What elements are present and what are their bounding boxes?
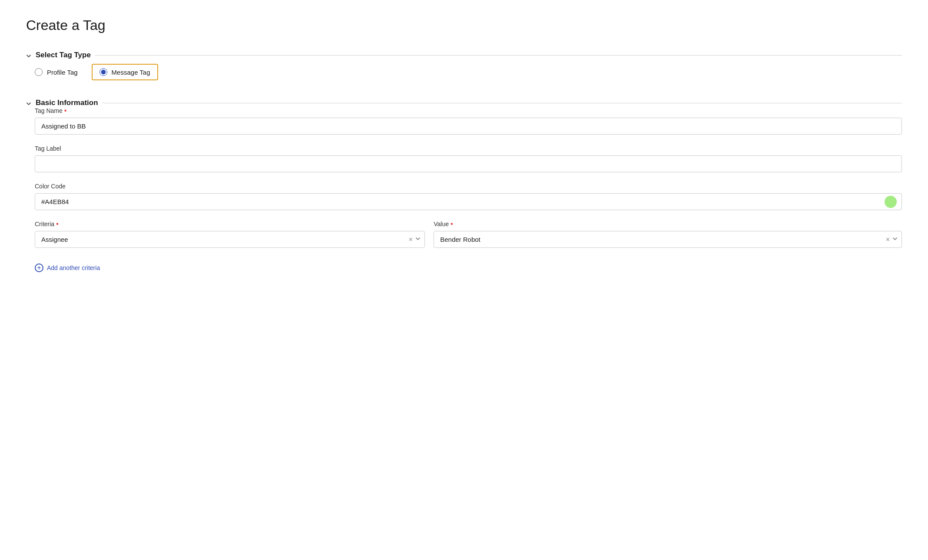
criteria-field-group: Criteria • × xyxy=(35,221,425,248)
criteria-required: • xyxy=(56,221,59,227)
color-code-field-group: Color Code xyxy=(35,183,902,210)
criteria-clear-icon[interactable]: × xyxy=(409,236,413,244)
value-required: • xyxy=(451,221,453,227)
page-title: Create a Tag xyxy=(26,17,902,33)
color-code-label: Color Code xyxy=(35,183,902,190)
profile-tag-label: Profile Tag xyxy=(47,69,78,76)
value-label: Value • xyxy=(434,221,902,227)
add-criteria-icon: + xyxy=(35,264,43,272)
basic-information-form: Tag Name • Tag Label Color Code xyxy=(26,107,902,274)
tag-name-required: • xyxy=(64,107,67,114)
chevron-down-icon xyxy=(26,53,31,58)
value-select-wrapper: × xyxy=(434,231,902,248)
profile-tag-radio[interactable] xyxy=(35,68,43,76)
profile-tag-option[interactable]: Profile Tag xyxy=(35,68,78,76)
basic-information-header: Basic Information xyxy=(26,99,902,107)
criteria-value-row: Criteria • × xyxy=(35,221,902,258)
tag-type-radio-group: Profile Tag Message Tag xyxy=(26,59,902,85)
basic-information-section: Basic Information Tag Name • Tag Label C… xyxy=(26,99,902,274)
section-divider-2 xyxy=(103,103,902,103)
tag-name-field-group: Tag Name • xyxy=(35,107,902,135)
criteria-select-wrapper: × xyxy=(35,231,425,248)
section-divider xyxy=(95,55,902,56)
criteria-select[interactable] xyxy=(35,231,425,248)
color-input-wrapper xyxy=(35,193,902,210)
select-tag-type-title: Select Tag Type xyxy=(36,51,91,59)
color-swatch xyxy=(885,196,897,208)
add-criteria-button[interactable]: + Add another criteria xyxy=(35,262,100,274)
select-tag-type-section: Select Tag Type Profile Tag Message Tag xyxy=(26,51,902,85)
value-field-group: Value • × xyxy=(434,221,902,248)
tag-name-input[interactable] xyxy=(35,118,902,135)
message-tag-radio[interactable] xyxy=(99,68,107,76)
select-tag-type-header: Select Tag Type xyxy=(26,51,902,59)
basic-information-title: Basic Information xyxy=(36,99,98,107)
message-tag-label: Message Tag xyxy=(112,69,150,76)
add-criteria-label: Add another criteria xyxy=(47,264,100,271)
tag-label-label: Tag Label xyxy=(35,145,902,152)
message-tag-option[interactable]: Message Tag xyxy=(92,64,158,80)
value-clear-icon[interactable]: × xyxy=(886,236,890,244)
tag-label-input[interactable] xyxy=(35,155,902,172)
color-code-input[interactable] xyxy=(35,193,902,210)
tag-name-label: Tag Name • xyxy=(35,107,902,114)
tag-label-field-group: Tag Label xyxy=(35,145,902,172)
chevron-down-icon-2 xyxy=(26,100,31,105)
criteria-label: Criteria • xyxy=(35,221,425,227)
value-select[interactable] xyxy=(434,231,902,248)
